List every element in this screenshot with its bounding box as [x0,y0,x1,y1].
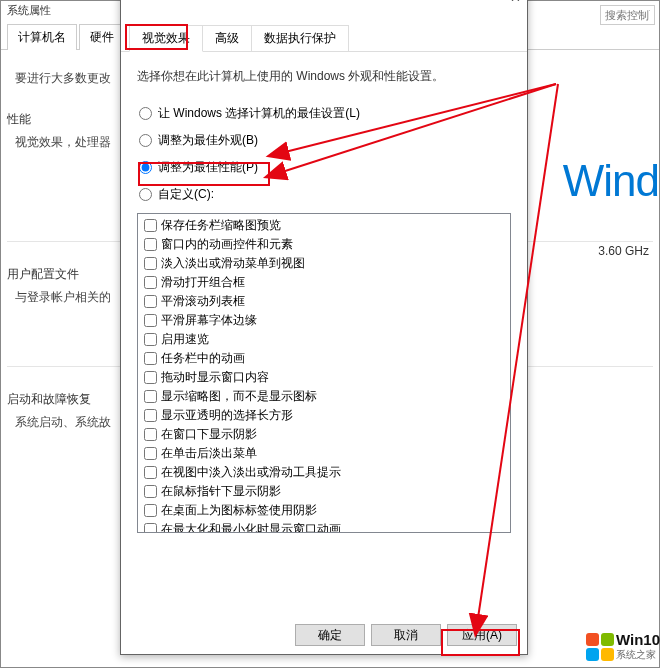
radio-label: 调整为最佳外观(B) [158,132,258,149]
check-label: 在窗口下显示阴影 [161,426,257,443]
radio-option-2[interactable]: 调整为最佳性能(P) [139,159,511,176]
check-label: 在桌面上为图标标签使用阴影 [161,502,317,519]
checkbox-input[interactable] [144,333,157,346]
watermark: Win10 系统之家 [582,631,660,662]
ok-button[interactable]: 确定 [295,624,365,646]
effects-checklist[interactable]: 保存任务栏缩略图预览窗口内的动画控件和元素淡入淡出或滑动菜单到视图滑动打开组合框… [137,213,511,533]
check-label: 在最大化和最小化时显示窗口动画 [161,521,341,533]
check-label: 平滑滚动列表框 [161,293,245,310]
radio-option-3[interactable]: 自定义(C): [139,186,511,203]
check-label: 平滑屏幕字体边缘 [161,312,257,329]
check-option-3[interactable]: 滑动打开组合框 [140,273,508,292]
apply-button[interactable]: 应用(A) [447,624,517,646]
checkbox-input[interactable] [144,447,157,460]
checkbox-input[interactable] [144,409,157,422]
check-label: 任务栏中的动画 [161,350,245,367]
dialog-content: 选择你想在此计算机上使用的 Windows 外观和性能设置。 让 Windows… [121,52,527,533]
check-label: 显示缩略图，而不是显示图标 [161,388,317,405]
radio-group: 让 Windows 选择计算机的最佳设置(L)调整为最佳外观(B)调整为最佳性能… [139,105,511,203]
cancel-button[interactable]: 取消 [371,624,441,646]
radio-option-1[interactable]: 调整为最佳外观(B) [139,132,511,149]
check-option-0[interactable]: 保存任务栏缩略图预览 [140,216,508,235]
checkbox-input[interactable] [144,314,157,327]
check-option-9[interactable]: 显示缩略图，而不是显示图标 [140,387,508,406]
tab-dep[interactable]: 数据执行保护 [251,25,349,51]
check-option-14[interactable]: 在鼠标指针下显示阴影 [140,482,508,501]
radio-option-0[interactable]: 让 Windows 选择计算机的最佳设置(L) [139,105,511,122]
check-option-16[interactable]: 在最大化和最小化时显示窗口动画 [140,520,508,533]
check-option-1[interactable]: 窗口内的动画控件和元素 [140,235,508,254]
check-option-2[interactable]: 淡入淡出或滑动菜单到视图 [140,254,508,273]
checkbox-input[interactable] [144,466,157,479]
search-input[interactable] [600,5,655,25]
dialog-description: 选择你想在此计算机上使用的 Windows 外观和性能设置。 [137,68,511,85]
check-option-4[interactable]: 平滑滚动列表框 [140,292,508,311]
tab-hardware[interactable]: 硬件 [79,24,125,50]
check-label: 在单击后淡出菜单 [161,445,257,462]
check-label: 在鼠标指针下显示阴影 [161,483,281,500]
check-option-13[interactable]: 在视图中淡入淡出或滑动工具提示 [140,463,508,482]
check-option-12[interactable]: 在单击后淡出菜单 [140,444,508,463]
close-icon[interactable]: ✕ [510,0,521,5]
check-option-7[interactable]: 任务栏中的动画 [140,349,508,368]
watermark-title: Win10 [616,631,660,648]
check-label: 启用速览 [161,331,209,348]
performance-options-dialog: ✕ 视觉效果 高级 数据执行保护 选择你想在此计算机上使用的 Windows 外… [120,0,528,655]
check-option-10[interactable]: 显示亚透明的选择长方形 [140,406,508,425]
cpu-ghz-text: 3.60 GHz [598,244,649,258]
windows-brand-text: Wind [563,156,659,206]
radio-input[interactable] [139,188,152,201]
check-label: 保存任务栏缩略图预览 [161,217,281,234]
checkbox-input[interactable] [144,371,157,384]
tab-computer-name[interactable]: 计算机名 [7,24,77,50]
watermark-subtitle: 系统之家 [616,648,660,662]
tab-visual-effects[interactable]: 视觉效果 [129,25,203,52]
checkbox-input[interactable] [144,257,157,270]
checkbox-input[interactable] [144,390,157,403]
checkbox-input[interactable] [144,485,157,498]
check-label: 显示亚透明的选择长方形 [161,407,293,424]
checkbox-input[interactable] [144,295,157,308]
dialog-tabstrip: 视觉效果 高级 数据执行保护 [121,25,527,52]
check-option-6[interactable]: 启用速览 [140,330,508,349]
check-option-15[interactable]: 在桌面上为图标标签使用阴影 [140,501,508,520]
check-label: 滑动打开组合框 [161,274,245,291]
radio-input[interactable] [139,134,152,147]
checkbox-input[interactable] [144,504,157,517]
dialog-button-row: 确定 取消 应用(A) [295,624,517,646]
checkbox-input[interactable] [144,523,157,533]
tab-advanced[interactable]: 高级 [202,25,252,51]
radio-label: 自定义(C): [158,186,214,203]
windows-logo-icon [586,633,614,661]
checkbox-input[interactable] [144,352,157,365]
checkbox-input[interactable] [144,219,157,232]
check-option-8[interactable]: 拖动时显示窗口内容 [140,368,508,387]
check-option-5[interactable]: 平滑屏幕字体边缘 [140,311,508,330]
check-option-11[interactable]: 在窗口下显示阴影 [140,425,508,444]
radio-input[interactable] [139,161,152,174]
check-label: 拖动时显示窗口内容 [161,369,269,386]
dialog-titlebar: ✕ [121,0,527,1]
radio-label: 调整为最佳性能(P) [158,159,258,176]
check-label: 窗口内的动画控件和元素 [161,236,293,253]
checkbox-input[interactable] [144,428,157,441]
checkbox-input[interactable] [144,238,157,251]
check-label: 淡入淡出或滑动菜单到视图 [161,255,305,272]
check-label: 在视图中淡入淡出或滑动工具提示 [161,464,341,481]
radio-label: 让 Windows 选择计算机的最佳设置(L) [158,105,360,122]
radio-input[interactable] [139,107,152,120]
checkbox-input[interactable] [144,276,157,289]
